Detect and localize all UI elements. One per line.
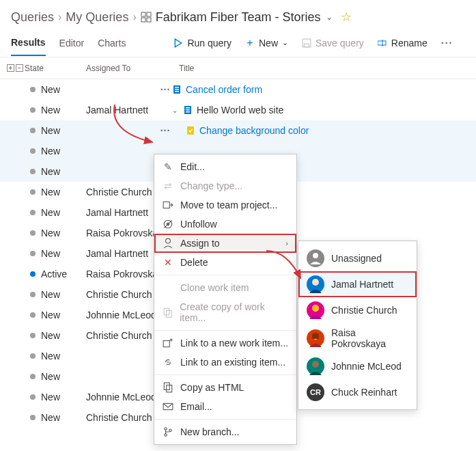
new-button[interactable]: + New ⌄ [245, 38, 288, 55]
state-dot-icon [30, 230, 36, 236]
run-query-button[interactable]: Run query [173, 38, 232, 55]
state-label: New [41, 207, 60, 218]
ctx-link-existing[interactable]: Link to an existing item... [154, 353, 296, 372]
tabs-toolbar: Results Editor Charts Run query + New ⌄ … [0, 27, 476, 57]
tab-results[interactable]: Results [11, 37, 46, 56]
assigned-cell: Johnnie McLeod [86, 310, 158, 320]
state-label: New [41, 351, 60, 361]
table-row[interactable]: New ··· Cancel order form [0, 79, 476, 100]
copy-icon [163, 307, 173, 318]
ctx-delete[interactable]: ✕Delete [154, 253, 296, 272]
state-label: New [41, 146, 60, 156]
unfollow-icon [163, 219, 173, 230]
branch-icon [163, 426, 173, 437]
svg-rect-1 [147, 12, 151, 16]
col-state[interactable]: State [25, 64, 86, 73]
state-dot-icon [30, 271, 36, 277]
col-title[interactable]: Title [172, 64, 476, 73]
svg-rect-5 [305, 44, 309, 47]
person-icon [163, 238, 173, 249]
query-icon [141, 12, 152, 23]
svg-rect-27 [164, 383, 169, 390]
ctx-unfollow[interactable]: Unfollow [154, 215, 296, 234]
ctx-assign-to[interactable]: Assign to› [154, 234, 296, 253]
table-row[interactable]: New ··· Change background color [0, 120, 476, 141]
state-label: New [41, 228, 60, 238]
rename-icon [378, 38, 387, 48]
assigned-cell: Christie Church [86, 412, 158, 423]
ctx-link-new[interactable]: Link to a new work item... [154, 333, 296, 353]
save-icon [302, 38, 311, 48]
state-dot-icon [30, 292, 36, 297]
svg-rect-11 [175, 91, 179, 92]
workitem-title[interactable]: Cancel order form [186, 84, 262, 95]
favorite-star-icon[interactable]: ☆ [341, 10, 352, 25]
assignee-christie[interactable]: Christie Church [298, 297, 417, 323]
svg-rect-6 [378, 41, 386, 45]
link-icon [163, 357, 173, 368]
row-more-button[interactable]: ··· [158, 84, 172, 95]
svg-rect-3 [147, 18, 151, 22]
assigned-cell: Jamal Hartnett [86, 105, 158, 115]
assignee-johnnie[interactable]: Johnnie McLeod [298, 353, 417, 379]
assignee-unassigned[interactable]: Unassigned [298, 245, 417, 271]
ctx-copy-html[interactable]: Copy as HTML [154, 378, 296, 397]
ctx-clone: Clone work item [154, 278, 296, 297]
tab-charts[interactable]: Charts [98, 38, 126, 55]
expand-all-button[interactable]: + [7, 64, 14, 72]
ctx-change-type: ⇄Change type... [154, 176, 296, 195]
svg-rect-4 [303, 39, 311, 47]
breadcrumb-current[interactable]: Fabrikam Fiber Team - Stories [156, 10, 321, 25]
state-label: New [41, 412, 60, 423]
ctx-move[interactable]: Move to team project... [154, 195, 296, 215]
rename-button[interactable]: Rename [378, 38, 428, 55]
table-row[interactable]: New Jamal Hartnett ⌄Hello World web site [0, 100, 476, 120]
save-label: Save query [316, 38, 364, 49]
svg-point-32 [169, 429, 171, 431]
state-label: New [41, 248, 60, 259]
ctx-edit[interactable]: ✎Edit... [154, 157, 296, 176]
assigned-cell: Johnnie McLeod [86, 392, 158, 402]
toolbar-more-button[interactable]: ··· [441, 38, 453, 55]
state-label: New [41, 105, 60, 115]
state-dot-icon [30, 148, 36, 154]
workitem-icon [183, 105, 193, 115]
ctx-email[interactable]: Email... [154, 397, 296, 416]
svg-rect-24 [163, 341, 169, 347]
grid-header: + − State Assigned To Title [0, 57, 476, 79]
breadcrumb-root[interactable]: Queries [11, 10, 54, 25]
assignee-raisa[interactable]: Raisa Pokrovskaya [298, 323, 417, 353]
separator [154, 419, 296, 420]
svg-rect-2 [141, 18, 145, 22]
collapse-all-button[interactable]: − [16, 64, 23, 72]
assignee-chuck[interactable]: CR Chuck Reinhart [298, 379, 417, 405]
state-dot-icon [30, 312, 36, 318]
row-more-button[interactable]: ··· [158, 125, 172, 136]
state-label: New [41, 310, 60, 320]
state-label: New [41, 371, 60, 382]
state-dot-icon [30, 210, 36, 215]
tab-editor[interactable]: Editor [59, 38, 85, 55]
chevron-down-icon[interactable]: ⌄ [326, 12, 333, 22]
avatar-icon [307, 329, 324, 347]
assignee-jamal[interactable]: Jamal Hartnett [298, 271, 417, 297]
ctx-new-branch[interactable]: New branch... [154, 422, 296, 441]
pencil-icon: ✎ [163, 161, 173, 172]
breadcrumb-my-queries[interactable]: My Queries [66, 10, 128, 25]
avatar-icon [307, 357, 324, 375]
state-dot-icon [30, 189, 36, 195]
svg-point-37 [312, 361, 319, 368]
state-dot-icon [30, 333, 36, 338]
workitem-title[interactable]: Hello World web site [197, 105, 283, 115]
assigned-cell: Raisa Pokrovska [86, 228, 158, 238]
unassigned-avatar-icon [307, 249, 324, 267]
assigned-cell: Christie Church [86, 289, 158, 300]
svg-rect-9 [175, 87, 179, 88]
chevron-down-icon[interactable]: ⌄ [172, 107, 178, 114]
save-query-button: Save query [302, 38, 364, 55]
workitem-title[interactable]: Change background color [199, 125, 309, 136]
svg-rect-16 [187, 126, 194, 135]
state-dot-icon [30, 251, 36, 256]
col-assigned[interactable]: Assigned To [86, 64, 172, 73]
state-label: New [41, 125, 60, 136]
